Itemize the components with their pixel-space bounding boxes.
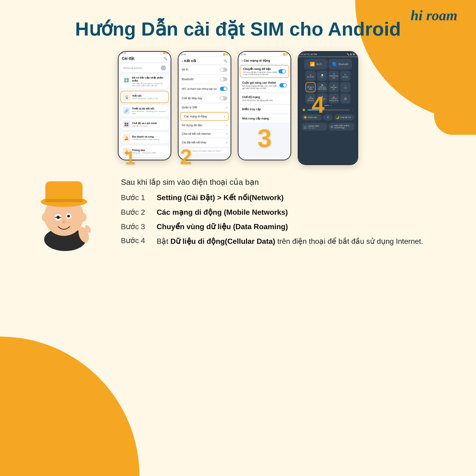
mascot-container [28, 174, 102, 253]
phone2-search-icon[interactable]: 🔍 [224, 59, 227, 63]
step3-label: Bước 3 [121, 222, 151, 231]
quick-battery-tile[interactable]: 🔦 Đèn pin [340, 71, 351, 81]
smartthings-button[interactable]: ⊞ Điều khiển thiết bị SmartThings [329, 123, 354, 131]
step1-desc: Setting (Cài Đặt) > Kết nối(Network) [157, 192, 284, 203]
quick-dex-tile[interactable]: 💻 DeX [340, 93, 351, 104]
mode-chedt[interactable]: 🌙 Chế độ Tối [334, 114, 354, 120]
phone3-title: Các mạng di động [244, 59, 287, 62]
smart-view-button[interactable]: 📺 Smart View Màn hình [302, 123, 327, 131]
nfc-toggle[interactable] [220, 87, 227, 91]
dex-tile-icon: 💻 [344, 97, 347, 99]
share-tile-label: Chia sẻ Không có ai [329, 98, 338, 101]
viettel-title: Cuộc gọi nâng cao Viettel [242, 81, 279, 84]
phone3-header: ‹ Các mạng di động [238, 57, 290, 64]
phone1-mode-item: 🎛️ Chế độ và Lịch trình Chế độ · Lịch tr… [120, 119, 169, 130]
phone2-screen: 01:16 📶🔋 ‹ Kết nối 🔍 Wi-Fi [178, 52, 231, 160]
step4-line: Bước 4 Bật Dữ liệu di động(Cellular Data… [121, 236, 448, 247]
quick-doc-tile[interactable]: 📄 Doc [317, 71, 327, 81]
smart-view-icon: 📺 [304, 125, 307, 129]
quick-location-tile[interactable]: 📍 Vị trí [340, 82, 351, 92]
phone1-status-bar: 01:14 📶🔋 [119, 52, 170, 54]
phone3-icons: 📶🔋 [283, 53, 288, 55]
step1-desc-bold: Setting (Cài Đặt) > Kết nối(Network) [157, 193, 284, 202]
wifi-toggle[interactable] [220, 68, 227, 72]
data-usage-arrow: › [226, 124, 227, 127]
step3-number: 3 [257, 124, 272, 153]
phone2-back: ‹ [182, 59, 183, 63]
eye-care-label: B [327, 116, 329, 119]
quick-data-tile[interactable]: ⇅ Dữ liệu di động [306, 82, 316, 92]
quick-row3: ⇅ Dữ liệu di động 📡 Điểm truy cập di độn… [300, 82, 356, 92]
quick-powersave-tile[interactable]: ⚡ Tiết kiệm pin [329, 82, 339, 92]
network-provider-item[interactable]: Nhà cung cấp mạng [238, 115, 290, 123]
phone2-mockup: 01:16 📶🔋 ‹ Kết nối 🔍 Wi-Fi [178, 51, 231, 160]
conn-data-usage[interactable]: Sử dụng dữ liệu › [178, 121, 231, 129]
phone4-content: 📶 Wi-Fi 🔵 Bluetooth 🔊 [298, 57, 357, 164]
phone1-time: 01:14 [121, 52, 126, 54]
hotspot2-tile-icon: 📡 [321, 84, 323, 86]
conn-airplane: Chế độ Máy bay [178, 94, 231, 103]
step1-number: 1 [125, 148, 135, 168]
notif-sub: Trạng thái · Không làm phiền [132, 152, 166, 154]
sound-sub: Chế độ âm thanh · Nhạc chuông [132, 138, 166, 140]
conn-hotspot[interactable]: Chia sẻ kết nối internet › [178, 130, 231, 138]
instructions-section: Sau khi lắp sim vào điện thoại của bạn B… [14, 174, 462, 253]
quick-airplane-tile[interactable]: ✈️ Chế độ Máy bay [329, 71, 339, 81]
airplane-toggle[interactable] [220, 96, 227, 101]
quick-hotspot2-tile[interactable]: 📡 Điểm truy cập di động [317, 82, 327, 92]
devices-icon: 🔗 [123, 107, 130, 115]
sound-text: Âm thanh và rung Chế độ âm thanh · Nhạc … [132, 135, 166, 140]
conn-mobile-networks[interactable]: Các mạng di động › [180, 112, 229, 121]
phone2-header: ‹ Kết nối 🔍 [178, 57, 231, 65]
step3-desc-bold: Chuyển vùng dữ liệu (Data Roaming) [157, 222, 288, 231]
quick-wifi-tile[interactable]: 📶 Wi-Fi [304, 59, 327, 69]
brightness-icon: ☀️ [302, 108, 306, 112]
bluetooth-tile-label: Bluetooth [339, 63, 348, 66]
update-icon: ⬇️ [123, 76, 130, 84]
bluetooth-toggle[interactable] [220, 77, 227, 81]
samsung-account-avatar [161, 65, 166, 70]
quick-sound-tile[interactable]: 🔊 Âm thanh [306, 71, 316, 81]
conn-bluetooth: Bluetooth [178, 75, 231, 84]
conn-sim[interactable]: Quản lý SIM › [178, 104, 231, 111]
step1-label: Bước 1 [121, 193, 151, 202]
phone3-time: 12:30 [241, 53, 246, 55]
bottom-buttons-row: 📺 Smart View Màn hình ⊞ Điều khiển thiết… [300, 122, 356, 131]
step2-line: Bước 2 Các mạng di động (Mobile Networks… [121, 207, 448, 218]
location-tile-label: Vị trí [344, 87, 347, 89]
viettel-call-item: Cuộc gọi nâng cao Viettel Sử dụng mạng d… [238, 79, 290, 92]
network-provider-title: Nhà cung cấp mạng [242, 117, 287, 120]
network-mode-sub: 5G/LTE/3G/2G (tự động kết nối) [242, 99, 287, 102]
phone1-search-icon[interactable]: 🔍 [163, 57, 167, 60]
doc-tile-icon: 📄 [321, 74, 323, 76]
quick-bluetooth-tile[interactable]: 🔵 Bluetooth [329, 59, 352, 69]
step3-desc: Chuyển vùng dữ liệu (Data Roaming) [157, 221, 288, 232]
sound-title: Âm thanh và rung [132, 135, 166, 138]
mode-eye-care[interactable]: B [323, 114, 333, 120]
access-point-item[interactable]: Điểm truy cập [238, 105, 290, 113]
notif-text: Thông báo Trạng thái · Không làm phiền [132, 149, 166, 154]
mode-sun-icon: ☀️ [304, 116, 307, 119]
airplane-tile-icon: ✈️ [333, 73, 335, 75]
data-roaming-sub: Sử dụng dữ liệu di động khi đang chuyển … [243, 71, 278, 75]
step2-desc: Các mạng di động (Mobile Networks) [157, 207, 288, 218]
hotspot2-tile-label: Điểm truy cập di động [318, 86, 326, 90]
phone4-time: 01:14 T.5, 20 Th6 [301, 53, 317, 55]
network-mode-item[interactable]: Chế độ mạng 5G/LTE/3G/2G (tự động kết nố… [238, 93, 290, 104]
viettel-toggle[interactable] [279, 83, 287, 87]
hotspot-arrow: › [226, 132, 227, 136]
airplane-tile-label: Chế độ Máy bay [329, 75, 338, 79]
quick-share-tile[interactable]: 📤 Chia sẻ Không có ai [329, 93, 339, 104]
share-tile-icon: 📤 [333, 96, 335, 98]
mode-title: Chế độ và Lịch trình [132, 122, 166, 125]
step4-desc: Bật Dữ liệu di động(Cellular Data) trên … [157, 236, 423, 247]
phone1-wrapper: 01:14 📶🔋 Cài đặt 🔍 Samsung account [118, 51, 171, 165]
windows-tile-icon: 🖥️ [310, 96, 312, 98]
sim-arrow: › [226, 106, 227, 109]
phone4-wrapper: 01:14 T.5, 20 Th6 ✏️ ⏻ ⚙️ 📶 Wi-Fi 🔵 [298, 51, 358, 165]
data-roaming-toggle[interactable] [278, 69, 286, 73]
sound-tile-label: Âm thanh [307, 76, 314, 78]
data-tile-label: Dữ liệu di động [306, 86, 314, 90]
ketno-icon: 📡 [123, 93, 131, 101]
phone2-status-bar: 01:16 📶🔋 [178, 52, 231, 57]
